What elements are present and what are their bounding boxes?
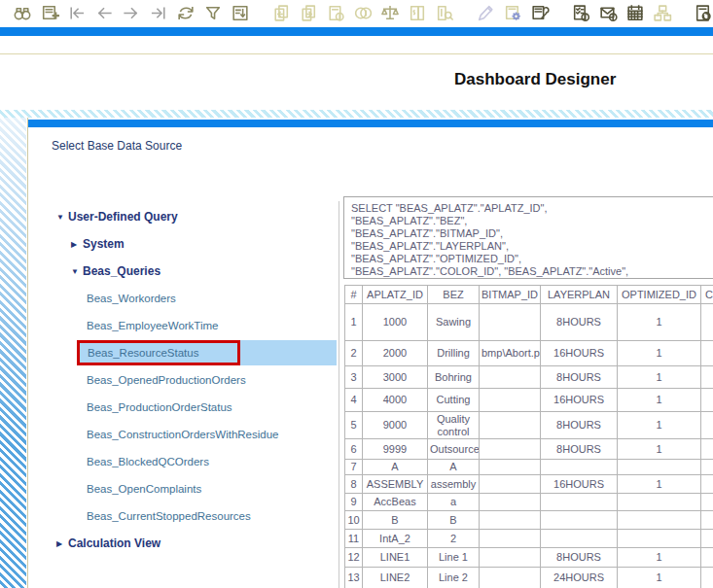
tree-node-beas-employeeworktime[interactable]: Beas_EmployeeWorkTime — [28, 312, 339, 339]
table-cell: 11 — [345, 530, 363, 548]
document-total-icon[interactable] — [325, 3, 346, 24]
last-record-icon[interactable] — [148, 3, 169, 24]
refresh-icon[interactable] — [175, 3, 196, 24]
annotation-red-box: Beas_ResourceStatus — [77, 340, 240, 365]
table-cell: a — [428, 494, 480, 511]
table-cell: 12 — [345, 548, 363, 568]
tree-node-beas-resourcestatus[interactable]: Beas_ResourceStatus — [28, 339, 339, 366]
org-chart-icon[interactable] — [652, 3, 673, 24]
table-cell — [618, 511, 701, 530]
table-cell: B — [428, 511, 480, 530]
tree-node-user-defined-query[interactable]: ▼User-Defined Query — [28, 203, 339, 230]
filter-icon[interactable] — [202, 3, 224, 24]
tree-node-beas-opencomplaints[interactable]: Beas_OpenComplaints — [28, 475, 339, 502]
table-cell: 2 — [345, 341, 363, 366]
table-row[interactable]: 59000Quality control8HOURS1 — [345, 412, 713, 439]
table-cell — [541, 494, 618, 511]
table-row[interactable]: 11000Sawing8HOURS1 — [345, 304, 713, 341]
sort-icon[interactable] — [230, 3, 251, 24]
table-cell — [541, 511, 618, 530]
expanded-arrow-icon[interactable]: ▼ — [71, 267, 83, 276]
tree-node-label: Beas_OpenedProductionOrders — [87, 374, 246, 386]
table-row[interactable]: 69999Outsourcer8HOURS1 — [345, 439, 713, 460]
table-cell: 6 — [345, 439, 363, 460]
edit-icon[interactable] — [475, 3, 496, 24]
collapsed-arrow-icon[interactable]: ▶ — [56, 539, 68, 548]
table-cell: IntA_2 — [363, 530, 428, 548]
table-row[interactable]: 33000Bohring8HOURS1 — [345, 366, 713, 389]
document-currency-icon[interactable] — [407, 3, 428, 24]
tree-node-calculation-view[interactable]: ▶Calculation View — [28, 530, 339, 557]
table-row[interactable]: 44000Cutting16HOURS1 — [345, 389, 713, 412]
tree-node-system[interactable]: ▶System — [28, 230, 339, 258]
table-cell — [618, 494, 701, 511]
coins-icon[interactable] — [352, 3, 374, 24]
table-cell: 2000 — [363, 341, 428, 366]
find-icon[interactable] — [12, 3, 33, 24]
table-row[interactable]: 7AA — [345, 460, 713, 475]
tree-node-beas-currentstoppedresources[interactable]: Beas_CurrentStoppedResources — [28, 502, 339, 530]
column-header-row-number: # — [345, 286, 363, 304]
table-cell — [480, 304, 541, 341]
table-cell: 1 — [618, 439, 701, 460]
tree-node-beas-queries[interactable]: ▼Beas_Queries — [28, 258, 339, 285]
table-cell: ASSEMBLY — [363, 475, 428, 494]
table-cell: Bohring — [428, 366, 480, 389]
table-cell: 2 — [428, 530, 480, 548]
table-row[interactable]: 13LINE2Line 224HOURS1 — [345, 568, 713, 588]
table-row[interactable]: 22000Drillingbmp\Abort.png16HOURS1 — [345, 341, 713, 366]
add-record-icon[interactable] — [39, 3, 60, 24]
page-title: Dashboard Designer — [454, 70, 616, 89]
table-row[interactable]: 10BB — [345, 511, 713, 530]
table-cell: Sawing — [428, 304, 480, 341]
first-record-icon[interactable] — [66, 3, 88, 24]
copy-right-icon[interactable] — [298, 3, 319, 24]
table-cell — [701, 412, 713, 439]
table-cell: 8HOURS — [541, 548, 618, 568]
table-cell — [701, 568, 713, 588]
table-row[interactable]: 11IntA_22 — [345, 530, 713, 548]
form-tools-icon[interactable] — [529, 3, 551, 24]
tree-node-beas-productionorderstatus[interactable]: Beas_ProductionOrderStatus — [28, 394, 339, 421]
document-refresh-icon[interactable] — [693, 3, 713, 24]
tree-node-label: Calculation View — [68, 536, 160, 550]
previous-record-icon[interactable] — [93, 3, 115, 24]
table-cell — [701, 511, 713, 530]
tree-node-label: System — [83, 237, 125, 251]
checklist-alert-icon[interactable] — [570, 3, 591, 24]
table-row[interactable]: 8ASSEMBLYassembly16HOURS1 — [345, 475, 713, 494]
column-header-bez: BEZ — [428, 286, 480, 304]
table-row[interactable]: 9AccBeasa — [345, 494, 713, 511]
table-cell: 1 — [618, 304, 701, 341]
table-cell — [618, 530, 701, 548]
table-cell — [480, 548, 541, 568]
tree-node-beas-openedproductionorders[interactable]: Beas_OpenedProductionOrders — [28, 366, 339, 394]
tree-node-beas-workorders[interactable]: Beas_Workorders — [28, 285, 339, 312]
select-data-source-panel: Select Base Data Source ▼User-Defined Qu… — [27, 118, 713, 588]
query-result-table: #APLATZ_IDBEZBITMAP_IDLAYERPLANOPTIMIZED… — [344, 285, 713, 588]
copy-left-icon[interactable] — [270, 3, 292, 24]
expanded-arrow-icon[interactable]: ▼ — [56, 213, 68, 222]
table-cell — [701, 439, 713, 460]
form-settings-icon[interactable] — [502, 3, 523, 24]
tree-node-label: Beas_EmployeeWorkTime — [87, 320, 219, 331]
table-cell — [701, 304, 713, 341]
calendar-icon[interactable] — [624, 3, 646, 24]
document-search-icon[interactable] — [434, 3, 455, 24]
table-cell: 8HOURS — [541, 366, 618, 389]
table-cell: 8HOURS — [541, 304, 618, 341]
header-accent-bar — [0, 27, 713, 36]
table-cell: A — [363, 460, 428, 475]
scales-icon[interactable] — [379, 3, 401, 24]
table-row[interactable]: 12LINE1Line 18HOURS1 — [345, 548, 713, 568]
table-cell — [480, 460, 541, 475]
next-record-icon[interactable] — [121, 3, 142, 24]
collapsed-arrow-icon[interactable]: ▶ — [71, 240, 83, 249]
tree-node-beas-constructionorderswithresidue[interactable]: Beas_ConstructionOrdersWithResidue — [28, 421, 339, 448]
message-alert-icon[interactable] — [597, 3, 619, 24]
table-cell — [701, 475, 713, 494]
table-cell: 1 — [618, 568, 701, 588]
table-cell: Drilling — [428, 341, 480, 366]
tree-node-beas-blockedqcorders[interactable]: Beas_BlockedQCOrders — [28, 448, 339, 475]
table-cell: 8 — [345, 475, 363, 494]
